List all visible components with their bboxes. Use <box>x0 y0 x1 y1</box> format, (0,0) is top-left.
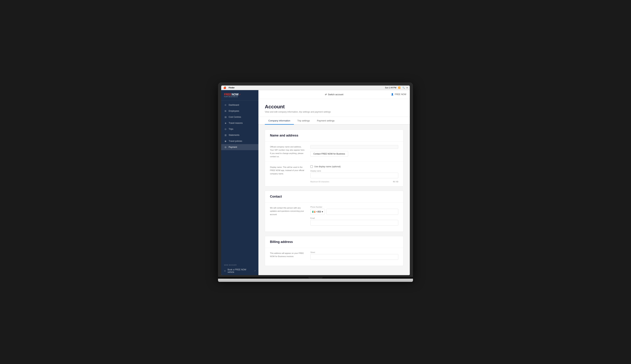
sidebar-item-employees[interactable]: ⊞ Employees <box>221 108 258 114</box>
phone-code: +353 <box>316 210 321 213</box>
page-subtitle: View and edit company information, trip … <box>265 111 403 113</box>
use-display-name-checkbox[interactable] <box>310 165 313 168</box>
sidebar-label-cost-centres: Cost Centres <box>229 116 241 118</box>
official-company-description: Official company name and address. Your … <box>270 145 305 158</box>
contact-description-text: We will contact this person with any upd… <box>270 207 304 216</box>
logo-free: FREE <box>224 93 231 96</box>
sidebar-item-dashboard[interactable]: ⊙ Dashboard <box>221 102 258 108</box>
phone-number-label: Phone Number <box>310 206 398 208</box>
official-company-fields: Contact FREE NOW for Business <box>310 145 398 158</box>
char-count-row: Maximum 60 characters 49 / 60 <box>310 181 398 183</box>
tab-trip-settings[interactable]: Trip settings <box>294 117 313 125</box>
menubar-time: Sun 1:44 PM <box>385 86 396 89</box>
page-header: Account View and edit company informatio… <box>258 99 410 117</box>
sidebar-label-travel-policies: Travel policies <box>229 140 242 142</box>
use-display-name-label: Use display name (optional) <box>314 165 341 168</box>
phone-number-input[interactable] <box>326 209 398 215</box>
dropdown-chevron-icon: ▾ <box>322 210 323 213</box>
contact-fields: Phone Number 🇮🇪 +353 ▾ <box>310 206 398 228</box>
company-name-display <box>310 145 398 149</box>
billing-fields: Street <box>310 252 398 262</box>
dashboard-icon: ⊙ <box>224 104 227 106</box>
sidebar-label-travel-reasons: Travel reasons <box>229 122 243 124</box>
laptop-base <box>218 279 413 282</box>
use-display-name-checkbox-row: Use display name (optional) <box>310 165 398 168</box>
sidebar-label-book-vehicle: Book a FREE NOW vehicle <box>228 268 252 273</box>
wifi-icon: 📶 <box>398 86 400 89</box>
contact-description: We will contact this person with any upd… <box>270 206 305 228</box>
payment-icon: ◎ <box>224 146 227 148</box>
logo-check-icon: ✓ <box>239 93 241 96</box>
display-name-input[interactable] <box>310 172 398 178</box>
contact-row: We will contact this person with any upd… <box>265 202 403 232</box>
billing-description: This address will appear on your FREE NO… <box>270 252 305 262</box>
logo-sub: FOR BUSINESS <box>224 96 256 98</box>
phone-country-selector[interactable]: 🇮🇪 +353 ▾ <box>310 209 325 215</box>
apple-logo-icon: 🍎 <box>223 86 226 89</box>
travel-reasons-icon: ◈ <box>224 122 227 124</box>
sidebar-item-travel-policies[interactable]: ◉ Travel policies <box>221 138 258 144</box>
phone-row: 🇮🇪 +353 ▾ <box>310 209 398 215</box>
sidebar-nav: ⊙ Dashboard ⊞ Employees ▤ Cost Centres <box>221 100 258 262</box>
trips-icon: ◎ <box>224 128 227 130</box>
user-icon: 👤 <box>391 93 394 96</box>
menu-icon: ≡ <box>406 86 408 89</box>
book-vehicle-icon: ⊹ <box>224 270 226 272</box>
main-content: ⇄ Switch account 👤 FREE NOW Account View… <box>258 90 410 275</box>
display-name-field-label: Display name <box>310 170 398 172</box>
sidebar-item-trips[interactable]: ◎ Trips <box>221 126 258 132</box>
display-name-row: Display name. This will be used in the F… <box>265 162 403 186</box>
official-company-row: Official company name and address. Your … <box>265 142 403 162</box>
sidebar-item-book-vehicle[interactable]: ⊹ Book a FREE NOW vehicle ↗ <box>221 267 258 275</box>
switch-account-button[interactable]: ⇄ Switch account <box>325 93 343 96</box>
display-name-field-group: Display name <box>310 170 398 178</box>
logo-now: NOW <box>232 93 239 96</box>
app-container: FREE NOW ✓ FOR BUSINESS ⊙ Dashboard ⊞ <box>221 90 410 275</box>
name-address-title: Name and address <box>270 134 398 138</box>
tab-company-information[interactable]: Company information <box>265 117 294 125</box>
display-description: Display name. This will be used in the F… <box>270 165 305 183</box>
sidebar-item-statements[interactable]: ▥ Statements <box>221 132 258 138</box>
contact-section: Contact We will contact this person with… <box>265 191 403 232</box>
sidebar-label-employees: Employees <box>229 110 239 112</box>
search-menubar-icon: 🔍 <box>402 86 405 89</box>
street-label: Street <box>310 252 398 253</box>
tabs-bar: Company information Trip settings Paymen… <box>258 117 410 125</box>
display-name-fields: Use display name (optional) Display name… <box>310 165 398 183</box>
contact-title: Contact <box>270 195 398 198</box>
user-label: FREE NOW <box>395 93 406 96</box>
laptop-notch <box>308 277 323 279</box>
tab-payment-settings[interactable]: Payment settings <box>313 117 338 125</box>
billing-section: Billing address This address will appear… <box>265 236 403 266</box>
sidebar-item-payment[interactable]: ◎ Payment <box>221 144 258 150</box>
top-bar: ⇄ Switch account 👤 FREE NOW <box>258 90 410 99</box>
phone-field-group: Phone Number 🇮🇪 +353 ▾ <box>310 206 398 215</box>
external-link-icon: ↗ <box>254 270 256 272</box>
official-description-text: Official company name and address. Your … <box>270 146 305 158</box>
name-address-header: Name and address <box>265 130 403 142</box>
finder-label: Finder <box>229 86 235 89</box>
screen: 🍎 Finder Sun 1:44 PM 📶 🔍 ≡ FREE <box>221 86 410 275</box>
email-input[interactable] <box>310 220 398 226</box>
sidebar: FREE NOW ✓ FOR BUSINESS ⊙ Dashboard ⊞ <box>221 90 258 275</box>
sidebar-label-trips: Trips <box>229 128 233 130</box>
street-input[interactable] <box>310 254 398 260</box>
sidebar-label-payment: Payment <box>229 146 237 148</box>
contact-free-now-button[interactable]: Contact FREE NOW for Business <box>310 151 348 157</box>
travel-policies-icon: ◉ <box>224 140 227 142</box>
name-address-section: Name and address Official company name a… <box>265 130 403 186</box>
sidebar-logo: FREE NOW ✓ FOR BUSINESS <box>221 90 258 100</box>
sidebar-item-travel-reasons[interactable]: ◈ Travel reasons <box>221 120 258 126</box>
email-field-label: Email <box>310 217 398 219</box>
cost-centres-icon: ▤ <box>224 116 227 118</box>
street-field-group: Street <box>310 252 398 260</box>
country-flag-icon: 🇮🇪 <box>312 210 315 213</box>
email-field-group: Email <box>310 217 398 226</box>
laptop-frame: 🍎 Finder Sun 1:44 PM 📶 🔍 ≡ FREE <box>218 82 413 282</box>
billing-title: Billing address <box>270 240 398 244</box>
sidebar-item-cost-centres[interactable]: ▤ Cost Centres <box>221 114 258 120</box>
switch-account-label: Switch account <box>328 93 343 96</box>
screen-bezel: 🍎 Finder Sun 1:44 PM 📶 🔍 ≡ FREE <box>218 82 413 277</box>
contact-header: Contact <box>265 191 403 202</box>
content-area: Name and address Official company name a… <box>258 125 410 275</box>
